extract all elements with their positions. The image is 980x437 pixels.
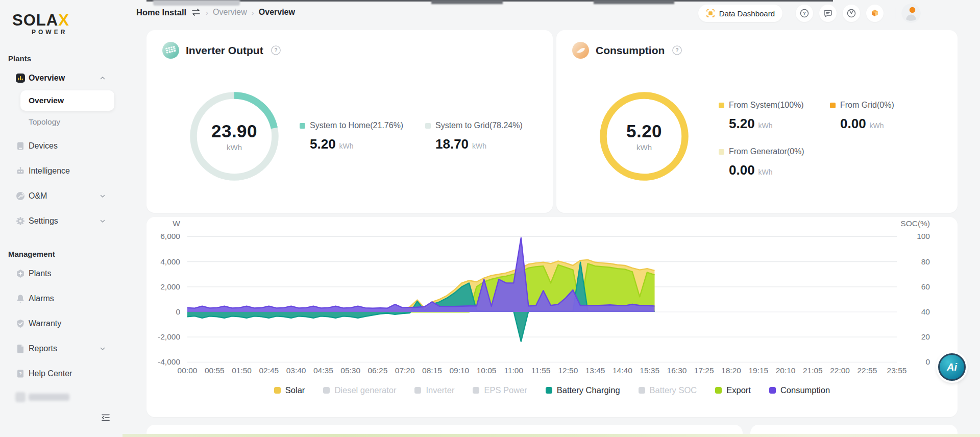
chart-legend-item-battery-charging[interactable]: Battery Charging [546, 385, 620, 395]
chart-legend-item-diesel-generator[interactable]: Diesel generator [323, 385, 396, 395]
help-icon: ? [799, 8, 810, 18]
sidebar-item-redacted[interactable] [0, 387, 122, 407]
legend-label: EPS Power [484, 385, 527, 395]
legend-marker [323, 387, 330, 394]
solax-logo: SOLAX POWER [0, 12, 122, 36]
alarms-icon [15, 294, 26, 304]
om-icon [15, 191, 26, 201]
svg-text:11:55: 11:55 [531, 366, 551, 375]
legend-marker [715, 387, 722, 394]
feedback-icon-button[interactable] [819, 5, 837, 22]
sidebar-item-intelligence[interactable]: Intelligence [0, 161, 122, 181]
chart-legend-item-consumption[interactable]: Consumption [769, 385, 830, 395]
legend-value: 5.20 [729, 116, 755, 132]
help-icon[interactable]: ? [672, 45, 682, 55]
power-time-chart: WSOC(%)6,0001004,000802,00060040-2,00020… [146, 217, 933, 379]
svg-text:07:20: 07:20 [395, 366, 415, 375]
chart-legend-item-solar[interactable]: Solar [274, 385, 305, 395]
apps-icon [870, 8, 880, 18]
chart-legend-item-eps-power[interactable]: EPS Power [473, 385, 527, 395]
sidebar-item-devices[interactable]: Devices [0, 136, 122, 156]
dashboard-scan-icon [706, 9, 715, 18]
sidebar-item-overview[interactable]: Overview [0, 68, 122, 88]
inverter-legend-item-0: System to Home(21.76%)5.20kWh [300, 121, 407, 152]
breadcrumb-section[interactable]: Overview [213, 8, 247, 17]
svg-text:?: ? [19, 371, 22, 376]
sidebar: SOLAX POWER PlantsOverviewOverviewTopolo… [0, 0, 122, 437]
consumption-header: Consumption ? [572, 42, 682, 59]
sidebar-subitem-topology[interactable]: Topology [20, 113, 122, 131]
svg-text:6,000: 6,000 [160, 232, 180, 240]
consumption-donut: 5.20 kWh [600, 92, 689, 181]
sidebar-item-label: Settings [29, 216, 58, 226]
help-icon-button[interactable]: ? [796, 5, 813, 22]
svg-text:-2,000: -2,000 [158, 332, 180, 341]
svg-text:60: 60 [921, 282, 930, 291]
sidebar-section-plants: Plants [8, 54, 122, 63]
svg-text:?: ? [274, 47, 277, 53]
legend-value: 5.20 [310, 136, 336, 152]
ai-assistant-label: Ai [947, 361, 957, 373]
svg-text:13:45: 13:45 [585, 366, 605, 375]
switch-plant-icon[interactable] [191, 8, 201, 16]
chevron-up-icon [99, 75, 106, 82]
svg-text:11:00: 11:00 [504, 366, 523, 375]
chart-legend-item-export[interactable]: Export [715, 385, 751, 395]
sidebar-item-help-center[interactable]: ?Help Center [0, 363, 122, 384]
help-center-icon: ? [15, 369, 26, 379]
inverter-output-legend: System to Home(21.76%)5.20kWhSystem to G… [300, 121, 532, 152]
svg-text:20: 20 [921, 332, 930, 341]
legend-value: 0.00 [729, 162, 755, 178]
sidebar-item-settings[interactable]: Settings [0, 211, 122, 231]
svg-text:18:20: 18:20 [721, 366, 741, 375]
chart-legend-item-inverter[interactable]: Inverter [414, 385, 454, 395]
ai-assistant-button[interactable]: Ai [938, 353, 966, 381]
svg-text:23:55: 23:55 [887, 366, 907, 375]
topbar-icon-buttons: ? [790, 5, 884, 22]
sidebar-collapse-button[interactable] [99, 411, 112, 424]
legend-label: From System(100%) [729, 101, 804, 110]
legend-label: Battery SOC [650, 385, 697, 395]
chart-legend-item-battery-soc[interactable]: Battery SOC [639, 385, 697, 395]
svg-text:15:35: 15:35 [640, 366, 659, 375]
sidebar-item-o-m[interactable]: O&M [0, 186, 122, 206]
svg-text:01:50: 01:50 [232, 366, 252, 375]
reports-icon [15, 344, 26, 354]
data-dashboard-button[interactable]: Data Dashboard [698, 5, 782, 22]
svg-text:00:00: 00:00 [178, 366, 198, 375]
sidebar-subitem-overview[interactable]: Overview [20, 90, 114, 111]
consumption-hand-icon [572, 42, 589, 59]
legend-marker [414, 387, 421, 394]
legend-unit: kWh [758, 122, 773, 130]
legend-marker [830, 103, 836, 108]
svg-text:4,000: 4,000 [160, 257, 180, 266]
sidebar-item-alarms[interactable]: Alarms [0, 288, 122, 309]
sidebar-item-reports[interactable]: Reports [0, 338, 122, 359]
legend-value: 18.70 [435, 136, 469, 152]
help-icon[interactable]: ? [271, 45, 281, 55]
sidebar-section-management: Management [8, 250, 122, 258]
svg-text:2,000: 2,000 [160, 282, 180, 291]
legend-marker [639, 387, 645, 394]
clock-icon-button[interactable] [843, 5, 860, 22]
sidebar-item-warranty[interactable]: Warranty [0, 313, 122, 334]
legend-marker [546, 387, 552, 394]
legend-marker [274, 387, 281, 394]
legend-label: System to Grid(78.24%) [435, 121, 523, 130]
chevron-down-icon [99, 345, 106, 352]
settings-icon [15, 216, 26, 226]
svg-text:17:25: 17:25 [694, 366, 714, 375]
apps-icon-button[interactable] [866, 5, 884, 22]
svg-text:12:50: 12:50 [558, 366, 578, 375]
breadcrumb-plant-name[interactable]: Home Install [136, 8, 186, 17]
legend-unit: kWh [339, 142, 354, 150]
svg-text:05:30: 05:30 [340, 366, 360, 375]
sidebar-item-plants[interactable]: Plants [0, 263, 122, 284]
legend-label: Solar [285, 385, 305, 395]
user-avatar[interactable] [901, 4, 921, 23]
legend-label: From Generator(0%) [729, 147, 804, 156]
svg-text:SOC(%): SOC(%) [900, 219, 930, 228]
chevron-down-icon [99, 217, 106, 225]
collapse-sidebar-icon [100, 412, 111, 423]
inverter-total-unit: kWh [227, 143, 242, 152]
